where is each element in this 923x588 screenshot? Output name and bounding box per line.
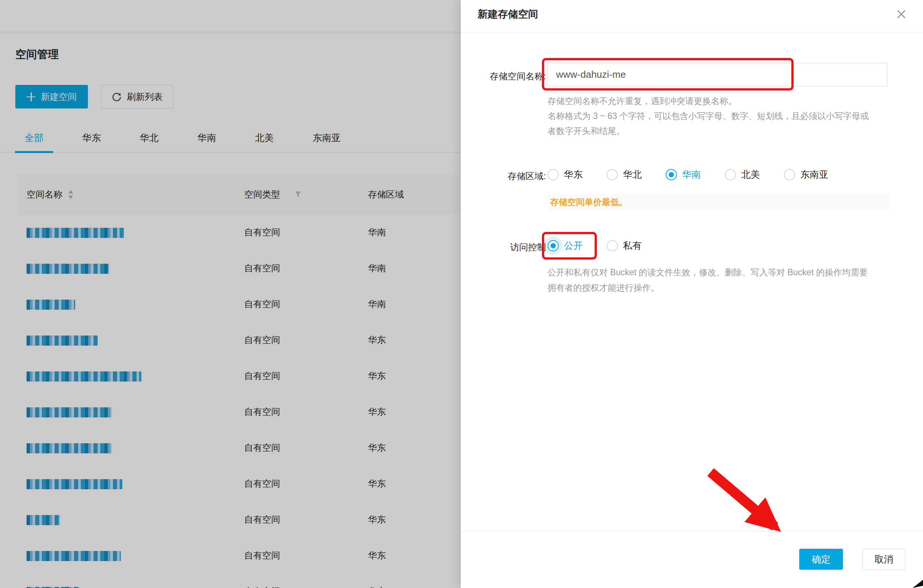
storage-region-label: 存储区域: <box>461 170 546 182</box>
access-radio-option[interactable]: 公开 <box>547 240 583 252</box>
radio-option-label: 公开 <box>564 240 583 252</box>
footer-divider <box>461 532 923 532</box>
help-line: 名称格式为 3 ~ 63 个字符，可以包含小写字母、数字、短划线，且必须以小写字… <box>547 108 869 123</box>
access-control-help: 公开和私有仅对 Bucket 的读文件生效，修改、删除、写入等对 Bucket … <box>547 265 868 296</box>
help-line: 者数字开头和结尾。 <box>547 123 869 138</box>
radio-icon[interactable] <box>666 169 677 180</box>
cancel-button[interactable]: 取消 <box>862 549 905 570</box>
screen: 空间管理 新建空间 刷新列表 全部 华东 <box>0 0 923 588</box>
drawer-header: 新建存储空间 <box>461 0 923 33</box>
bucket-name-label: 存储空间名称: <box>461 70 546 82</box>
radio-icon[interactable] <box>547 240 559 251</box>
region-price-note: 存储空间单价最低。 <box>547 194 889 210</box>
access-control-radio-group: 公开 私有 <box>547 240 666 252</box>
region-radio-option[interactable]: 北美 <box>725 168 760 181</box>
radio-option-label: 北美 <box>741 168 760 181</box>
region-radio-option[interactable]: 华南 <box>666 168 701 181</box>
region-radio-option[interactable]: 东南亚 <box>784 168 828 181</box>
annotation-arrow <box>700 464 842 561</box>
access-radio-option[interactable]: 私有 <box>607 240 642 252</box>
help-line: 公开和私有仅对 Bucket 的读文件生效，修改、删除、写入等对 Bucket … <box>547 265 868 280</box>
radio-icon[interactable] <box>784 169 795 180</box>
create-bucket-drawer: 新建存储空间 存储空间名称: 存储空间名称不允许重复，遇到冲突请更换名称。名称格… <box>461 0 923 588</box>
help-line: 拥有者的授权才能进行操作。 <box>547 280 868 296</box>
close-icon[interactable] <box>894 7 909 22</box>
confirm-button[interactable]: 确定 <box>799 549 843 570</box>
radio-icon[interactable] <box>607 240 618 251</box>
radio-icon[interactable] <box>725 169 736 180</box>
radio-option-label: 私有 <box>623 240 642 252</box>
region-radio-option[interactable]: 华北 <box>607 168 642 181</box>
region-radio-option[interactable]: 华东 <box>547 168 583 181</box>
storage-region-radio-group: 华东 华北 华南 北美 东南亚 <box>547 168 852 181</box>
access-control-label: 访问控制 <box>461 241 546 253</box>
bucket-name-help: 存储空间名称不允许重复，遇到冲突请更换名称。名称格式为 3 ~ 63 个字符，可… <box>547 94 869 138</box>
radio-icon[interactable] <box>547 169 559 180</box>
radio-option-label: 华北 <box>623 168 642 181</box>
radio-option-label: 华南 <box>682 168 701 181</box>
radio-icon[interactable] <box>607 169 618 180</box>
drawer-title: 新建存储空间 <box>478 8 538 21</box>
radio-option-label: 东南亚 <box>800 168 828 181</box>
bucket-name-input[interactable] <box>547 63 887 86</box>
region-price-note-text: 存储空间单价最低。 <box>550 196 627 208</box>
radio-option-label: 华东 <box>564 168 583 181</box>
help-line: 存储空间名称不允许重复，遇到冲突请更换名称。 <box>547 94 869 108</box>
